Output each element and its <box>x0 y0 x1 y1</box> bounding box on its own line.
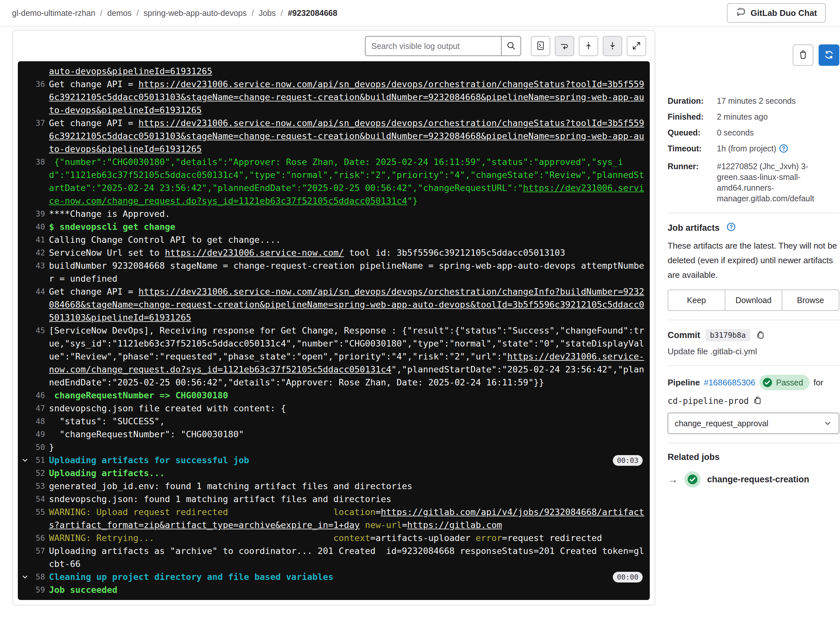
log-line-number[interactable]: 56 <box>31 532 45 545</box>
detail-label: Timeout: <box>668 143 714 156</box>
chevron-spacer <box>21 233 31 246</box>
breadcrumb-link[interactable]: spring-web-app-auto-devops <box>144 8 247 18</box>
show-raw-log-button[interactable] <box>531 36 550 56</box>
browse-artifacts-button[interactable]: Browse <box>782 290 839 311</box>
copy-commit-sha-button[interactable] <box>756 330 765 341</box>
copy-ref-button[interactable] <box>753 396 762 406</box>
log-text: "changeRequestNumber": "CHG0030180" <box>49 429 244 439</box>
pipeline-ref[interactable]: cd-pipeline-prod <box>668 396 749 406</box>
log-line-number[interactable]: 52 <box>31 467 45 480</box>
log-link[interactable]: https://dev231006.service-now.com/ <box>165 248 344 258</box>
log-line-number[interactable]: 44 <box>31 285 45 324</box>
pipeline-status-badge[interactable]: Passed <box>759 375 809 390</box>
commit-message[interactable]: Update file .gitlab-ci.yml <box>668 347 839 356</box>
help-icon[interactable] <box>779 144 788 156</box>
collapse-section-toggle[interactable] <box>21 454 31 467</box>
section-divider <box>668 443 839 443</box>
log-text: Calling Change Control API to get change… <box>49 235 281 245</box>
gitlab-duo-chat-button[interactable]: GitLab Duo Chat <box>727 3 826 23</box>
log-line-number[interactable]: 38 <box>31 156 45 207</box>
log-text: Get change API = <box>49 79 138 89</box>
log-line-content: Get change API = https://dev231006.servi… <box>49 78 645 117</box>
log-line-number[interactable]: 57 <box>31 545 45 571</box>
keep-artifacts-button[interactable]: Keep <box>668 290 725 311</box>
log-text: error <box>476 533 502 543</box>
breadcrumb-link[interactable]: Jobs <box>259 8 276 18</box>
log-line-content: auto-devops&pipelineId=61931265 <box>49 65 645 78</box>
log-link[interactable]: auto-devops&pipelineId=61931265 <box>49 66 212 76</box>
log-line-number[interactable]: 49 <box>31 428 45 441</box>
commit-sha-badge[interactable]: b3179b8a <box>705 329 751 341</box>
log-line-content: Uploading artifacts for successful job <box>49 454 645 467</box>
log-line-number[interactable]: 45 <box>31 324 45 389</box>
job-log: auto-devops&pipelineId=6193126536Get cha… <box>18 61 650 600</box>
related-job-name[interactable]: change-request-creation <box>707 474 809 485</box>
log-line-content: Get change API = https://dev231006.servi… <box>49 285 645 324</box>
pipeline-id-link[interactable]: #1686685306 <box>704 377 756 388</box>
log-card: auto-devops&pipelineId=6193126536Get cha… <box>12 30 655 606</box>
log-text: tool id: 3b5f5596c39212105c5ddacc0501310… <box>344 248 565 258</box>
log-line-number[interactable]: 41 <box>31 233 45 246</box>
log-section-header[interactable]: Cleaning up project directory and file b… <box>49 572 333 582</box>
log-link[interactable]: https://dev231006.service-now.com/api/sn… <box>49 287 644 322</box>
check-circle-icon <box>762 377 773 388</box>
breadcrumb-link[interactable]: demos <box>107 8 132 18</box>
chevron-spacer <box>21 324 31 337</box>
log-line-number[interactable]: 59 <box>31 583 45 597</box>
log-line-number[interactable]: 51 <box>31 454 45 467</box>
job-sidebar: Duration:17 minutes 2 secondsFinished:2 … <box>668 30 840 606</box>
chevron-spacer <box>21 467 31 480</box>
log-line: 58Cleaning up project directory and file… <box>18 571 650 583</box>
scroll-top-icon <box>584 41 593 52</box>
help-icon[interactable] <box>726 222 736 234</box>
log-text: $ sndevopscli get change <box>49 222 175 232</box>
chevron-spacer <box>21 415 31 428</box>
log-text: =request redirected <box>502 533 602 543</box>
log-section-header[interactable]: Uploading artifacts for successful job <box>49 455 249 465</box>
log-text: = <box>376 507 381 517</box>
log-line-number[interactable]: 43 <box>31 259 45 285</box>
log-line-number[interactable]: 46 <box>31 389 45 402</box>
log-line-number[interactable]: 47 <box>31 402 45 415</box>
log-line-number[interactable]: 53 <box>31 480 45 493</box>
scroll-to-top-button[interactable] <box>579 36 598 56</box>
erase-job-log-button[interactable] <box>793 44 814 66</box>
wrap-lines-button[interactable] <box>555 36 574 56</box>
log-text: ****Change is Approved. <box>49 209 170 219</box>
log-line: 57Uploading artifacts as "archive" to co… <box>18 545 650 571</box>
log-link[interactable]: https://dev231006.service-now.com/api/sn… <box>49 79 644 115</box>
search-submit-button[interactable] <box>501 36 521 56</box>
log-line-number[interactable]: 54 <box>31 493 45 506</box>
log-line: 40$ sndevopscli get change <box>18 220 650 233</box>
download-artifacts-button[interactable]: Download <box>725 290 782 311</box>
chevron-spacer <box>21 246 31 259</box>
chevron-spacer <box>21 506 31 519</box>
log-search-input[interactable] <box>365 36 501 56</box>
log-line: 44Get change API = https://dev231006.ser… <box>18 285 650 324</box>
scroll-to-bottom-button[interactable] <box>603 36 622 56</box>
log-link[interactable]: https://gitlab.com <box>407 520 502 530</box>
detail-label: Duration: <box>668 96 714 106</box>
log-line-number[interactable]: 42 <box>31 246 45 259</box>
retry-job-button[interactable] <box>819 44 839 66</box>
log-line-number[interactable]: 40 <box>31 220 45 233</box>
log-line-content: buildNumber 9232084668 stageName = chang… <box>49 259 645 285</box>
log-line-number[interactable]: 48 <box>31 415 45 428</box>
log-line: 36Get change API = https://dev231006.ser… <box>18 78 650 117</box>
log-line-content: changeRequestNumber => CHG0030180 <box>49 389 645 402</box>
breadcrumb-link[interactable]: gl-demo-ultimate-rzhan <box>12 8 95 18</box>
log-line-number[interactable]: 58 <box>31 571 45 583</box>
trash-icon <box>798 50 808 61</box>
log-line-number[interactable]: 37 <box>31 117 45 156</box>
job-stage-dropdown[interactable]: change_request_approval <box>668 413 839 434</box>
log-line-number[interactable]: 39 <box>31 207 45 220</box>
related-job-item[interactable]: →change-request-creation <box>668 471 839 488</box>
collapse-section-toggle[interactable] <box>21 571 31 583</box>
chevron-spacer <box>21 220 31 233</box>
log-line-number[interactable]: 50 <box>31 441 45 454</box>
log-link[interactable]: https://dev231006.service-now.com/api/sn… <box>49 118 644 154</box>
fullscreen-button[interactable] <box>627 36 646 56</box>
log-text: Get change API = <box>49 287 138 296</box>
log-line-number[interactable]: 55 <box>31 506 45 532</box>
log-line-number[interactable]: 36 <box>31 78 45 117</box>
